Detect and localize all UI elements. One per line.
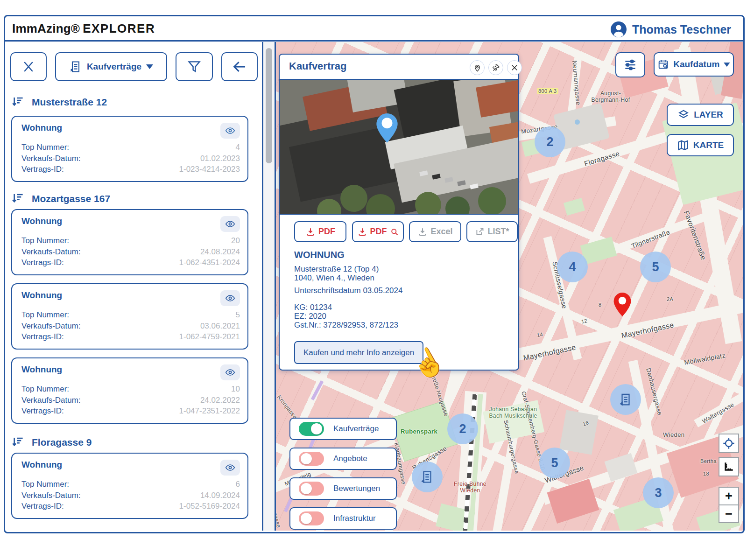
field-value: 5 [236, 309, 240, 321]
zoom-out-button[interactable]: − [719, 504, 739, 523]
toggle-infrastruktur[interactable]: Infrastruktur [289, 507, 397, 530]
field-label: Top Nummer: [21, 309, 69, 321]
ruler-icon [723, 461, 735, 473]
street-label: Wieden [663, 431, 684, 438]
group-title: Floragasse 9 [32, 437, 92, 448]
buy-more-info-button[interactable]: Kaufen und mehr Info anzeigen [294, 341, 423, 364]
external-link-icon [475, 227, 485, 237]
poi-label-park: Rubenspark [401, 428, 437, 435]
toggle-bewertungen[interactable]: Bewertungen [289, 477, 397, 500]
layers-icon [677, 109, 690, 121]
aerial-photo[interactable] [280, 79, 518, 215]
property-card[interactable]: Wohnung Top Nummer:10 Verkaufs-Datum:24.… [11, 357, 248, 424]
selected-location-pin[interactable] [613, 293, 632, 317]
close-popup-button[interactable] [507, 60, 522, 75]
cluster-count: 3 [655, 486, 662, 500]
toggle-switch-off[interactable] [299, 482, 324, 496]
document-marker[interactable] [610, 384, 641, 415]
center-on-map-button[interactable] [470, 60, 485, 75]
calendar-search-icon [657, 58, 669, 70]
field-value: 01.02.2023 [200, 153, 240, 164]
show-on-map-button[interactable] [220, 290, 240, 306]
button-label: KARTE [693, 140, 724, 150]
filter-button[interactable] [176, 52, 213, 81]
cluster-count: 2 [459, 422, 466, 436]
property-type: Wohnung [21, 123, 62, 133]
back-button[interactable] [221, 52, 258, 81]
house-number: 12 [581, 318, 588, 324]
button-label: LIST* [487, 227, 509, 237]
property-type: Wohnung [21, 460, 62, 470]
field-label: Vertrags-ID: [21, 406, 64, 417]
document-marker[interactable] [412, 462, 443, 492]
house-number: 18 [703, 471, 709, 476]
toggle-switch-off[interactable] [299, 452, 324, 466]
field-value: 1-052-5169-2024 [179, 501, 240, 512]
sort-by-kaufdatum-button[interactable]: Kaufdatum [654, 52, 734, 77]
download-pdf-preview-button[interactable]: PDF [352, 221, 404, 242]
result-type-selector[interactable]: Kaufverträge [55, 52, 167, 81]
sidebar-scrollbar[interactable] [262, 42, 276, 531]
toggle-switch-on[interactable] [299, 422, 324, 436]
field-label: Vertrags-ID: [21, 331, 64, 343]
zoom-in-button[interactable]: + [719, 487, 739, 505]
header-divider [4, 40, 745, 42]
map-settings-button[interactable] [615, 52, 645, 77]
toggle-switch-off[interactable] [299, 511, 324, 525]
close-icon [21, 60, 35, 74]
cluster-marker[interactable]: 4 [557, 252, 588, 282]
app-logo: ImmAzing®EXPLORER [12, 21, 155, 36]
location-pin-icon [473, 63, 482, 72]
sort-descending-icon[interactable] [12, 192, 24, 205]
ez-value: EZ: 2020 [294, 312, 326, 321]
sliders-icon [623, 57, 638, 72]
measure-button[interactable] [719, 457, 739, 476]
field-value: 20 [231, 235, 240, 246]
eye-icon [224, 293, 236, 303]
show-on-map-button[interactable] [220, 460, 240, 476]
address-line1: Musterstraße 12 (Top 4) [294, 265, 379, 273]
close-sidebar-button[interactable] [10, 52, 47, 81]
document-icon [619, 392, 633, 406]
toggle-kaufvertraege[interactable]: Kaufverträge [289, 418, 397, 440]
toggle-label: Kaufverträge [333, 424, 379, 434]
field-value: 4 [236, 142, 240, 153]
download-pdf-button[interactable]: PDF [294, 221, 346, 242]
signature-date: Unterschriftsdatum 03.05.2024 [294, 286, 402, 295]
unpin-button[interactable] [488, 60, 503, 75]
cluster-marker[interactable]: 5 [640, 252, 671, 282]
map-canvas[interactable]: Neumanngasse August-Bergmann-Hof Floraga… [276, 42, 743, 531]
user-name: Thomas Teschner [632, 23, 731, 36]
magnifier-icon [390, 227, 399, 237]
cluster-count: 4 [569, 260, 576, 274]
download-excel-button[interactable]: Excel [409, 221, 461, 242]
toggle-angebote[interactable]: Angebote [289, 448, 397, 470]
field-value: 6 [236, 479, 240, 490]
sort-descending-icon[interactable] [12, 436, 24, 448]
property-card[interactable]: Wohnung Top Nummer:4 Verkaufs-Datum:01.0… [11, 116, 248, 182]
property-card[interactable]: Wohnung Top Nummer:5 Verkaufs-Datum:03.0… [11, 283, 248, 350]
cluster-marker[interactable]: 5 [539, 448, 570, 478]
cluster-marker[interactable]: 3 [643, 477, 674, 508]
cluster-marker[interactable]: 2 [535, 126, 565, 157]
cluster-marker[interactable]: 2 [447, 413, 478, 444]
show-on-map-button[interactable] [220, 123, 240, 139]
field-label: Vertrags-ID: [21, 501, 64, 512]
locate-button[interactable] [719, 434, 739, 453]
user-menu[interactable]: Thomas Teschner [611, 21, 731, 37]
karte-button[interactable]: KARTE [667, 134, 734, 156]
user-avatar-icon [611, 21, 627, 37]
property-card[interactable]: Wohnung Top Nummer:6 Verkaufs-Datum:14.0… [11, 453, 248, 519]
scrollbar-thumb[interactable] [266, 48, 272, 163]
open-list-button[interactable]: LIST* [466, 221, 518, 242]
property-type: Wohnung [21, 364, 62, 375]
property-card[interactable]: Wohnung Top Nummer:20 Verkaufs-Datum:24.… [11, 209, 248, 275]
field-value: 14.09.2024 [200, 490, 240, 501]
street-label: Möllwaldplatz [684, 351, 726, 366]
show-on-map-button[interactable] [220, 216, 240, 232]
sort-descending-icon[interactable] [12, 96, 24, 108]
field-value: 1-062-4351-2024 [179, 257, 240, 268]
show-on-map-button[interactable] [220, 364, 240, 380]
layer-button[interactable]: LAYER [667, 104, 734, 126]
house-number: 8 [599, 302, 602, 308]
